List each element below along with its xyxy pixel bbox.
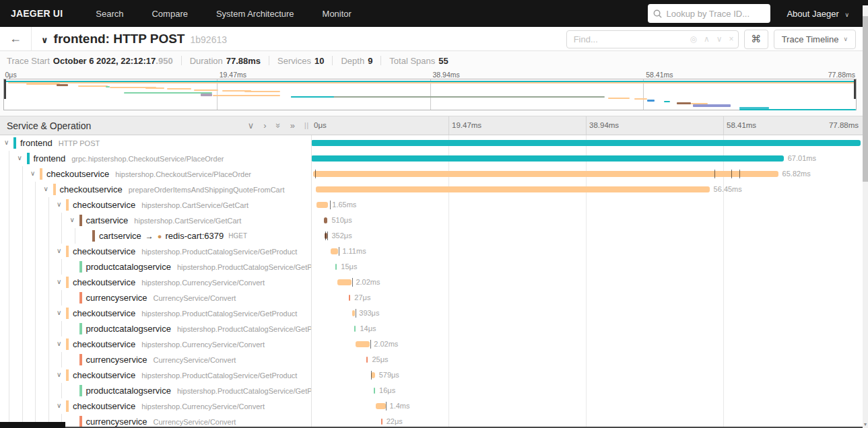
trace-minimap[interactable] bbox=[3, 79, 857, 110]
trace-title-group[interactable]: ∨ frontend: HTTP POST 1b92613 bbox=[41, 32, 227, 46]
span-duration-bar[interactable] bbox=[313, 171, 778, 177]
span-name-cell[interactable]: productcatalogservicehipstershop.Product… bbox=[0, 259, 311, 275]
next-result-icon[interactable]: ∨ bbox=[716, 34, 723, 44]
span-collapse-icon[interactable]: ∨ bbox=[44, 185, 48, 192]
trace-lookup-input[interactable]: Lookup by Trace ID... bbox=[648, 4, 770, 23]
span-bar-cell[interactable]: 510μs bbox=[311, 213, 861, 228]
span-duration-bar[interactable] bbox=[331, 248, 339, 254]
span-duration-bar[interactable] bbox=[311, 155, 784, 162]
nav-item-monitor[interactable]: Monitor bbox=[308, 0, 366, 27]
span-name-cell[interactable]: ∨checkoutservicehipstershop.ProductCatal… bbox=[0, 367, 311, 383]
span-bar-cell[interactable]: 27μs bbox=[311, 290, 861, 306]
span-name-cell[interactable]: ∨checkoutservicehipstershop.CurrencyServ… bbox=[0, 398, 311, 414]
span-collapse-icon[interactable]: ∨ bbox=[57, 309, 61, 316]
span-name[interactable]: checkoutservicehipstershop.CurrencyServi… bbox=[73, 398, 265, 414]
span-name-cell[interactable]: ∨checkoutservicehipstershop.CheckoutServ… bbox=[0, 166, 311, 182]
span-duration-bar[interactable] bbox=[316, 186, 709, 192]
expand-one-icon[interactable]: › bbox=[263, 121, 266, 130]
span-name[interactable]: cartservicehipstershop.CartService/GetCa… bbox=[86, 213, 242, 228]
span-name-cell[interactable]: ∨checkoutservicehipstershop.ProductCatal… bbox=[0, 244, 311, 259]
span-name-cell[interactable]: ∨checkoutserviceprepareOrderItemsAndShip… bbox=[0, 182, 311, 197]
span-duration-bar[interactable] bbox=[335, 264, 337, 270]
collapse-trace-icon[interactable]: ∨ bbox=[41, 35, 48, 45]
prev-result-icon[interactable]: ∧ bbox=[704, 34, 710, 44]
span-duration-bar[interactable] bbox=[354, 326, 356, 332]
clear-find-icon[interactable]: × bbox=[729, 34, 734, 44]
span-bar-cell[interactable] bbox=[311, 135, 861, 151]
span-collapse-icon[interactable]: ∨ bbox=[57, 340, 61, 347]
span-name-cell[interactable]: ∨frontendgrpc.hipstershop.CheckoutServic… bbox=[0, 151, 311, 166]
about-jaeger-menu[interactable]: About Jaeger ∨ bbox=[787, 9, 849, 19]
span-name[interactable]: checkoutservicehipstershop.CurrencyServi… bbox=[73, 336, 265, 352]
span-name-cell[interactable]: ∨checkoutservicehipstershop.CurrencyServ… bbox=[0, 275, 311, 290]
span-duration-bar[interactable] bbox=[381, 419, 382, 425]
span-bar-cell[interactable]: 25μs bbox=[311, 352, 861, 367]
span-duration-bar[interactable] bbox=[352, 310, 355, 316]
span-bar-cell[interactable]: 16μs bbox=[311, 383, 861, 398]
span-name[interactable]: checkoutservicehipstershop.CartService/G… bbox=[73, 197, 248, 213]
span-bar-cell[interactable]: 2.02ms bbox=[311, 336, 861, 352]
viewport-drag-handle-left[interactable] bbox=[4, 79, 6, 99]
span-bar-cell[interactable]: 2.02ms bbox=[311, 275, 861, 290]
span-name[interactable]: checkoutservicehipstershop.ProductCatalo… bbox=[73, 367, 297, 383]
span-name[interactable]: frontendgrpc.hipstershop.CheckoutService… bbox=[34, 151, 224, 166]
span-name[interactable]: productcatalogservicehipstershop.Product… bbox=[86, 259, 312, 275]
nav-item-search[interactable]: Search bbox=[81, 0, 137, 27]
span-name[interactable]: frontendHTTP POST bbox=[20, 135, 100, 151]
span-name[interactable]: checkoutservicehipstershop.CurrencyServi… bbox=[73, 275, 265, 290]
span-collapse-icon[interactable]: ∨ bbox=[4, 139, 9, 146]
focus-target-icon[interactable]: ◎ bbox=[690, 34, 697, 44]
span-bar-cell[interactable]: 579μs bbox=[311, 367, 861, 383]
span-bar-cell[interactable]: 1.65ms bbox=[311, 197, 861, 213]
nav-item-system-architecture[interactable]: System Architecture bbox=[202, 0, 308, 27]
span-bar-cell[interactable]: 1.4ms bbox=[311, 398, 861, 414]
span-collapse-icon[interactable]: ∨ bbox=[57, 371, 61, 378]
span-bar-cell[interactable]: 352μs bbox=[311, 228, 861, 244]
collapse-all-icon[interactable]: » bbox=[274, 123, 283, 128]
span-collapse-icon[interactable]: ∨ bbox=[57, 201, 61, 208]
span-name-cell[interactable]: currencyserviceCurrencyService/Convert bbox=[0, 352, 311, 367]
expand-all-icon[interactable]: » bbox=[290, 121, 295, 130]
app-brand[interactable]: JAEGER UI bbox=[0, 8, 81, 19]
scrollbar-down-arrow-icon[interactable]: ▼ bbox=[863, 422, 868, 427]
span-duration-bar[interactable] bbox=[316, 202, 328, 208]
span-name[interactable]: checkoutserviceprepareOrderItemsAndShipp… bbox=[60, 182, 285, 197]
span-duration-bar[interactable] bbox=[356, 341, 370, 347]
span-name[interactable]: currencyserviceCurrencyService/Convert bbox=[86, 352, 236, 367]
span-name[interactable]: checkoutservicehipstershop.CheckoutServi… bbox=[46, 166, 251, 182]
keyboard-shortcuts-button[interactable]: ⌘ bbox=[744, 30, 768, 49]
span-duration-bar[interactable] bbox=[374, 388, 375, 394]
span-name[interactable]: productcatalogservicehipstershop.Product… bbox=[86, 383, 312, 398]
span-bar-cell[interactable]: 67.01ms bbox=[311, 151, 861, 166]
span-collapse-icon[interactable]: ∨ bbox=[30, 170, 35, 177]
span-name[interactable]: checkoutservicehipstershop.ProductCatalo… bbox=[73, 244, 297, 259]
span-name-cell[interactable]: ∨checkoutservicehipstershop.CartService/… bbox=[0, 197, 311, 213]
span-collapse-icon[interactable]: ∨ bbox=[70, 216, 75, 223]
span-bar-cell[interactable]: 393μs bbox=[311, 306, 861, 321]
span-collapse-icon[interactable]: ∨ bbox=[57, 247, 61, 254]
span-name-cell[interactable]: ∨frontendHTTP POST bbox=[0, 135, 311, 151]
span-name-cell[interactable]: productcatalogservicehipstershop.Product… bbox=[0, 321, 311, 336]
nav-item-compare[interactable]: Compare bbox=[137, 0, 201, 27]
span-name-cell[interactable]: productcatalogservicehipstershop.Product… bbox=[0, 383, 311, 398]
span-bar-cell[interactable]: 1.11ms bbox=[311, 244, 861, 259]
scrollbar-thumb[interactable] bbox=[863, 16, 868, 182]
span-name-cell[interactable]: ∨checkoutservicehipstershop.ProductCatal… bbox=[0, 306, 311, 321]
span-name[interactable]: productcatalogservicehipstershop.Product… bbox=[86, 321, 312, 336]
span-name-cell[interactable]: ∨checkoutservicehipstershop.CurrencyServ… bbox=[0, 336, 311, 352]
span-bar-cell[interactable]: 14μs bbox=[311, 321, 861, 336]
span-bar-cell[interactable]: 22μs bbox=[311, 414, 861, 428]
span-bar-cell[interactable]: 56.45ms bbox=[311, 182, 861, 197]
span-duration-bar[interactable] bbox=[311, 140, 861, 146]
span-collapse-icon[interactable]: ∨ bbox=[57, 278, 61, 285]
trace-view-selector[interactable]: Trace Timeline ∨ bbox=[774, 30, 856, 49]
span-duration-bar[interactable] bbox=[337, 279, 352, 285]
span-name-cell[interactable]: ∨cartservicehipstershop.CartService/GetC… bbox=[0, 213, 311, 228]
span-name[interactable]: checkoutservicehipstershop.ProductCatalo… bbox=[73, 306, 297, 321]
column-resize-handle[interactable]: || bbox=[304, 122, 309, 129]
span-name[interactable]: cartservice→●redis-cart:6379HGET bbox=[99, 228, 247, 244]
span-name-cell[interactable]: currencyserviceCurrencyService/Convert bbox=[0, 290, 311, 306]
find-input[interactable]: Find... ◎ ∧ ∨ × bbox=[566, 30, 739, 48]
span-collapse-icon[interactable]: ∨ bbox=[57, 402, 61, 409]
span-duration-bar[interactable] bbox=[376, 403, 386, 409]
